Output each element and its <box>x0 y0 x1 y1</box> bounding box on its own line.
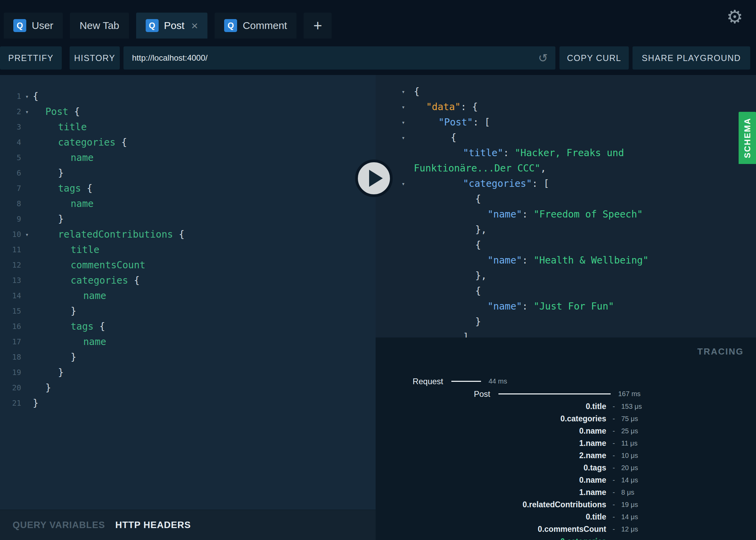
line-number: 6 <box>0 169 21 177</box>
code-token: "data" <box>426 101 461 112</box>
tab-new-tab[interactable]: New Tab <box>70 13 129 39</box>
resolver-time: 14 μs <box>621 513 638 521</box>
fold-arrow-icon[interactable]: ▾ <box>21 108 33 115</box>
resolver-time: 20 μs <box>621 464 638 472</box>
tab-user[interactable]: QUser <box>4 13 63 39</box>
fold-arrow-icon[interactable]: ▾ <box>402 99 405 115</box>
settings-gear-icon[interactable]: ⚙ <box>727 7 743 26</box>
resolver-dash: - <box>606 489 621 496</box>
code-token: tags <box>71 321 99 332</box>
fold-arrow-icon[interactable]: ▾ <box>21 93 33 100</box>
tracing-resolver-row: 0.title-14 μs <box>376 511 756 523</box>
query-variables-tab[interactable]: QUERY VARIABLES <box>13 520 105 530</box>
editor-line: 15} <box>0 303 376 319</box>
line-number: 12 <box>0 261 21 269</box>
code-token: { <box>74 106 80 117</box>
resolver-dash: - <box>606 513 621 521</box>
code-text: { <box>33 91 39 102</box>
code-token: "Just For Fun" <box>534 301 614 312</box>
code-token: : <box>522 301 534 312</box>
code-token: { <box>99 321 105 332</box>
response-line: "title": "Hacker, Freaks und <box>376 145 756 161</box>
code-token: } <box>58 367 64 378</box>
code-token: "Hacker, Freaks und <box>515 147 624 159</box>
prettify-button[interactable]: PRETTIFY <box>0 46 62 70</box>
code-text: name <box>33 198 93 209</box>
editor-line: 13categories { <box>0 273 376 288</box>
response-line: }, <box>376 222 756 237</box>
execute-button[interactable] <box>355 160 393 197</box>
line-number: 3 <box>0 123 21 131</box>
resolver-label: 0.commentsCount <box>376 525 606 534</box>
bottom-bar: QUERY VARIABLES HTTP HEADERS <box>0 510 376 540</box>
share-playground-button[interactable]: SHARE PLAYGROUND <box>633 46 750 70</box>
response-line: ▾"Post": [ <box>376 115 756 130</box>
code-token: } <box>33 397 39 409</box>
code-token: title <box>58 121 87 133</box>
resolver-label: 2.name <box>376 451 606 460</box>
editor-line: 17name <box>0 334 376 349</box>
tab-post[interactable]: QPost× <box>136 13 208 39</box>
response-line: { <box>376 283 756 299</box>
fold-arrow-icon[interactable]: ▾ <box>402 176 405 191</box>
history-button[interactable]: HISTORY <box>70 46 120 70</box>
line-number: 20 <box>0 384 21 392</box>
http-headers-tab[interactable]: HTTP HEADERS <box>115 520 191 530</box>
resolver-time: 10 μs <box>621 452 638 460</box>
code-token: categories <box>58 137 121 148</box>
code-token: { <box>33 91 39 102</box>
line-number: 18 <box>0 353 21 361</box>
tracing-panel: TRACING Request44 msPost167 ms0.title-15… <box>376 338 756 540</box>
add-tab-button[interactable]: + <box>304 13 332 39</box>
endpoint-url-input[interactable] <box>123 46 555 70</box>
code-token: : <box>522 209 534 220</box>
tab-bar: QUserNew TabQPost×QComment <box>4 13 296 39</box>
code-token: : { <box>461 101 478 112</box>
code-token: "name" <box>488 255 522 266</box>
close-icon[interactable]: × <box>191 20 198 31</box>
code-token: { <box>451 132 456 143</box>
resolver-dash: - <box>606 476 621 484</box>
copy-curl-button[interactable]: COPY CURL <box>559 46 629 70</box>
response-line: "name": "Health & Wellbeing" <box>376 253 756 268</box>
fold-arrow-icon[interactable]: ▾ <box>402 130 405 145</box>
response-viewer: ▾{▾"data": {▾"Post": [▾{"title": "Hacker… <box>376 75 756 338</box>
tracing-resolver-row: 0.tags-20 μs <box>376 462 756 474</box>
response-line: ] <box>376 329 756 338</box>
resolver-dash: - <box>606 403 621 410</box>
code-token: { <box>414 86 420 97</box>
resolver-time: 25 μs <box>621 427 638 435</box>
fold-arrow-icon[interactable]: ▾ <box>402 84 405 99</box>
resolver-dash: - <box>606 501 621 509</box>
code-token: name <box>71 152 93 163</box>
reload-icon[interactable]: ↺ <box>538 51 548 65</box>
response-line: { <box>376 191 756 207</box>
code-token: { <box>475 193 481 205</box>
code-token: : <box>503 147 515 159</box>
query-editor[interactable]: 1▾{2▾Post {3title4categories {5name6}7ta… <box>0 75 376 510</box>
schema-tab-button[interactable]: SCHEMA <box>739 112 756 164</box>
tracing-resolver-row: 0.categories-75 μs <box>376 412 756 425</box>
line-number: 7 <box>0 184 21 193</box>
code-token: } <box>58 167 64 179</box>
tab-bar-region: QUserNew TabQPost×QComment + ⚙ <box>0 0 756 39</box>
response-line: ▾"data": { <box>376 99 756 115</box>
editor-line: 1▾{ <box>0 89 376 104</box>
fold-arrow-icon[interactable]: ▾ <box>402 115 405 130</box>
response-line: } <box>376 314 756 329</box>
code-text: } <box>33 397 39 409</box>
span-time: 44 ms <box>489 377 507 385</box>
response-line: { <box>376 237 756 253</box>
line-number: 9 <box>0 215 21 223</box>
resolver-label: 1.name <box>376 439 606 448</box>
tracing-resolver-row: 1.name-8 μs <box>376 486 756 498</box>
line-number: 17 <box>0 338 21 346</box>
fold-arrow-icon[interactable]: ▾ <box>21 231 33 238</box>
line-number: 16 <box>0 322 21 331</box>
code-token: "name" <box>488 301 522 312</box>
code-token: name <box>71 198 93 209</box>
code-text: } <box>33 367 64 378</box>
response-line: ▾{ <box>376 130 756 145</box>
tracing-resolver-row: 0.name-14 μs <box>376 474 756 486</box>
tab-comment[interactable]: QComment <box>215 13 296 39</box>
